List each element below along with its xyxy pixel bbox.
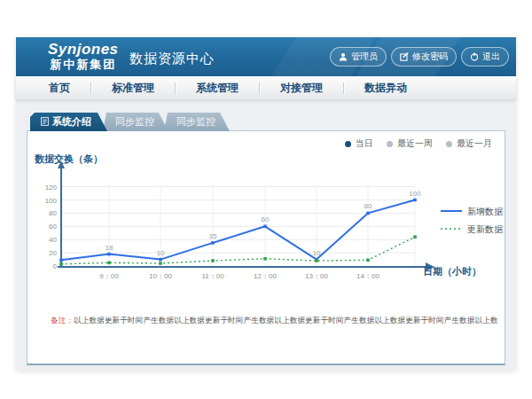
- y-tick-label: 20: [49, 249, 57, 257]
- y-tick-label: 80: [49, 209, 57, 217]
- data-point: [366, 212, 370, 215]
- chart-card: 当日 最近一周 最近一月 数据交换（条） 0204060801001209：00…: [27, 130, 505, 365]
- power-icon: [470, 52, 479, 61]
- tab-label: 同步监控: [176, 115, 215, 129]
- tab-bar: 系统介绍 同步监控 同步监控: [30, 113, 230, 131]
- main-nav: 首页 标准管理 系统管理 对接管理 数据异动: [16, 76, 516, 99]
- data-point-label: 60: [262, 215, 270, 223]
- footnote-prefix: 备注：: [51, 316, 74, 325]
- logout-label: 退出: [482, 51, 500, 63]
- x-tick-label: 11：00: [201, 272, 224, 280]
- app-header: Synjones 新中新集团 数据资源中心 管理员 修改密码 退出: [16, 37, 516, 76]
- data-point-label: 10: [157, 249, 165, 257]
- data-point: [107, 262, 111, 265]
- change-password-button[interactable]: 修改密码: [391, 47, 457, 66]
- data-point: [59, 259, 63, 262]
- data-point-label: 100: [409, 190, 421, 198]
- data-point: [315, 259, 318, 262]
- data-point: [263, 225, 267, 229]
- y-tick-label: 100: [45, 197, 58, 205]
- data-point: [366, 259, 370, 262]
- data-point-label: 80: [364, 202, 372, 210]
- data-point: [107, 253, 111, 256]
- x-tick-label: 13：00: [305, 272, 328, 280]
- data-point: [211, 259, 215, 262]
- nav-item-data-change[interactable]: 数据异动: [344, 76, 427, 99]
- nav-item-system-mgmt[interactable]: 系统管理: [176, 76, 259, 99]
- data-point: [159, 262, 162, 265]
- data-point: [263, 257, 267, 261]
- brand-logo-cn: 新中新集团: [48, 58, 119, 71]
- y-tick-label: 0: [53, 262, 58, 270]
- data-point: [159, 258, 162, 262]
- footnote: 备注：以上数据更新于时间产生数据以上数据更新于时间产生数据以上数据更新于时间产生…: [51, 316, 498, 326]
- edit-icon: [400, 52, 409, 61]
- y-tick-label: 60: [49, 223, 57, 231]
- legend-label[interactable]: 更新数据: [467, 224, 504, 234]
- data-point-label: 18: [106, 244, 113, 252]
- data-point: [413, 235, 417, 239]
- tab-sync-monitor-1[interactable]: 同步监控: [103, 113, 168, 131]
- x-axis-title: 日期（小时）: [423, 265, 481, 278]
- tab-label: 系统介绍: [52, 115, 91, 129]
- y-axis-arrow-icon: [58, 160, 65, 168]
- user-icon: [339, 52, 348, 61]
- document-icon: [41, 117, 49, 128]
- brand-logo: Synjones 新中新集团: [48, 41, 119, 71]
- tab-system-intro[interactable]: 系统介绍: [30, 113, 107, 131]
- x-tick-label: 14：00: [356, 272, 379, 280]
- app-window: Synjones 新中新集团 数据资源中心 管理员 修改密码 退出 首页 标准管…: [16, 37, 516, 371]
- y-tick-label: 40: [49, 236, 57, 244]
- logout-button[interactable]: 退出: [461, 47, 509, 66]
- x-tick-label: 9：00: [99, 272, 119, 280]
- series-line-0: [61, 200, 415, 261]
- legend-label[interactable]: 新增数据: [467, 207, 504, 216]
- tab-sync-monitor-2[interactable]: 同步监控: [164, 113, 230, 131]
- data-point: [59, 262, 63, 266]
- series-line-1: [61, 237, 415, 264]
- user-button[interactable]: 管理员: [330, 47, 387, 66]
- data-point-label: 10: [313, 249, 321, 257]
- footnote-text: 以上数据更新于时间产生数据以上数据更新于时间产生数据以上数据更新于时间产生数据以…: [74, 316, 498, 325]
- nav-item-interface-mgmt[interactable]: 对接管理: [260, 76, 343, 99]
- brand-logo-en: Synjones: [48, 41, 119, 58]
- header-actions: 管理员 修改密码 退出: [330, 47, 509, 66]
- page-title: 数据资源中心: [129, 51, 215, 67]
- x-tick-label: 10：00: [149, 272, 172, 280]
- data-point: [413, 199, 417, 202]
- tab-label: 同步监控: [115, 115, 154, 129]
- data-point-label: 35: [209, 232, 217, 240]
- user-button-label: 管理员: [351, 51, 378, 63]
- nav-item-home[interactable]: 首页: [28, 76, 90, 99]
- nav-item-standard-mgmt[interactable]: 标准管理: [91, 76, 175, 99]
- change-password-label: 修改密码: [412, 51, 448, 63]
- data-point: [211, 241, 215, 245]
- y-tick-label: 120: [45, 184, 58, 192]
- x-tick-label: 12：00: [254, 272, 277, 280]
